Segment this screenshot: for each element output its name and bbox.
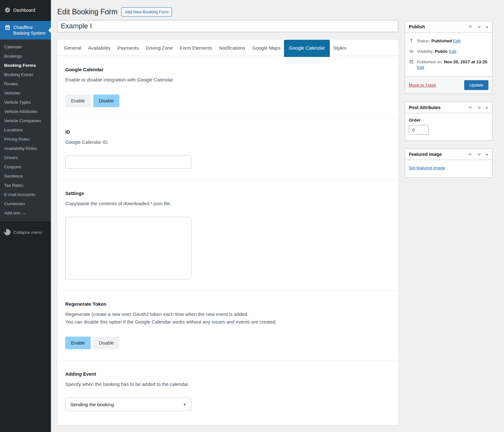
section-heading: ID	[65, 129, 390, 135]
post-attributes-box: Post Attributes ▲ Order	[405, 102, 493, 141]
sidebar-item-bookings[interactable]: Bookings	[0, 52, 51, 61]
sidebar-item-coupons[interactable]: Coupons	[0, 162, 51, 171]
sidebar-item-availability-rules[interactable]: Availability Rules	[0, 144, 51, 153]
sidebar-item-geofence[interactable]: Geofence	[0, 171, 51, 181]
sidebar-item-vehicles[interactable]: Vehicles	[0, 88, 51, 98]
regenerate-token-enable-button[interactable]: Enable	[65, 337, 91, 349]
move-up-icon[interactable]	[468, 105, 473, 110]
sidebar-item-routes[interactable]: Routes	[0, 79, 51, 88]
publish-box-body: Status: Published Edit Visibility: Publi…	[405, 32, 492, 76]
status-row: Status: Published Edit	[405, 36, 492, 46]
wp-admin-page: Dashboard Chauffeur Booking System Calen…	[0, 0, 504, 432]
status-value: Published	[431, 38, 452, 43]
section-settings: Settings Copy/paste the contents of down…	[57, 180, 398, 290]
plugin-name-line1: Chauffeur	[13, 25, 33, 30]
collapse-menu-button[interactable]: Collapse menu	[0, 225, 51, 239]
sidebar-item-booking-forms[interactable]: Booking Forms	[0, 61, 51, 70]
sidebar-item-drivers[interactable]: Drivers	[0, 153, 51, 162]
section-description: Specify when the booking has to be added…	[65, 380, 390, 388]
booking-form-panel: General Availability Payments Driving Zo…	[57, 40, 398, 425]
sidebar-item-email-accounts[interactable]: E-mail Accounts	[0, 190, 51, 199]
published-on-label: Published on:	[417, 59, 443, 64]
page-header: Edit Booking Form Add New Booking Form	[57, 5, 398, 18]
publish-box: Publish ▲ Status: Published Edit	[405, 21, 493, 94]
section-description-line1: Regenerate (create a new one) OAuth2 tok…	[65, 310, 390, 318]
eye-icon	[409, 49, 414, 54]
sidebar-item-pricing-rules[interactable]: Pricing Rules	[0, 135, 51, 144]
sidebar-item-chauffeur-booking-system[interactable]: Chauffeur Booking System	[0, 21, 51, 39]
sidebar-item-vehicle-attributes[interactable]: Vehicle Attributes	[0, 107, 51, 116]
move-down-icon[interactable]	[477, 105, 482, 110]
section-description: Copy/paste the contents of downloaded *.…	[65, 200, 390, 207]
calendar-icon	[4, 24, 11, 31]
calendar-small-icon	[409, 59, 414, 64]
edit-status-link[interactable]: Edit	[453, 38, 460, 43]
regenerate-token-disable-button[interactable]: Disable	[93, 337, 120, 349]
section-regenerate-token: Regenerate Token Regenerate (create a ne…	[57, 290, 398, 360]
chevron-down-icon: ▼	[183, 403, 186, 406]
sidebar-item-currencies[interactable]: Currencies	[0, 199, 51, 208]
pin-icon	[409, 38, 414, 43]
sidebar-item-add-ons[interactable]: Add-ons →	[0, 208, 51, 218]
dashboard-gauge-icon	[4, 7, 11, 13]
featured-image-box: Featured image ▲ Set featured image	[405, 149, 493, 178]
tab-availability[interactable]: Availability	[84, 40, 114, 56]
booking-form-title-input[interactable]	[57, 20, 398, 32]
move-to-trash-link[interactable]: Move to Trash	[409, 83, 436, 87]
sidebar-item-tax-rates[interactable]: Tax Rates	[0, 181, 51, 190]
section-heading: Settings	[65, 191, 390, 196]
status-label: Status:	[417, 38, 430, 43]
update-button[interactable]: Update	[464, 80, 488, 90]
sidebar-item-locations[interactable]: Locations	[0, 125, 51, 135]
google-calendar-enable-button[interactable]: Enable	[65, 94, 91, 107]
order-input[interactable]	[409, 125, 429, 135]
tab-google-calendar[interactable]: Google Calendar	[284, 40, 330, 57]
sidebar-item-vehicle-types[interactable]: Vehicle Types	[0, 98, 51, 107]
section-description: Enable or disable integration with Googl…	[65, 76, 390, 84]
current-menu-arrow	[48, 27, 51, 33]
move-down-icon[interactable]	[477, 152, 482, 157]
section-adding-event: Adding Event Specify when the booking ha…	[57, 360, 398, 425]
edit-published-on-link[interactable]: Edit	[417, 65, 424, 70]
box-title: Publish	[409, 24, 425, 29]
move-down-icon[interactable]	[477, 24, 482, 29]
add-new-booking-form-button[interactable]: Add New Booking Form	[121, 7, 172, 17]
adding-event-selected-value: Sending the booking	[70, 402, 114, 407]
sidebar-item-calendar[interactable]: Calendar	[0, 42, 51, 52]
tab-driving-zone[interactable]: Driving Zone	[142, 40, 176, 56]
move-up-icon[interactable]	[468, 152, 473, 157]
tab-google-maps[interactable]: Google Maps	[249, 40, 284, 56]
section-id: ID Google Calendar ID.	[57, 118, 398, 180]
tab-general[interactable]: General	[60, 40, 84, 56]
featured-image-box-header: Featured image ▲	[405, 149, 492, 160]
publish-box-header: Publish ▲	[405, 21, 492, 32]
section-heading: Google Calendar	[65, 67, 390, 72]
sidebar-item-vehicle-companies[interactable]: Vehicle Companies	[0, 116, 51, 125]
published-on-value: Nov 20, 2017 at 13:25	[444, 59, 487, 64]
tab-payments[interactable]: Payments	[114, 40, 142, 56]
section-google-calendar: Google Calendar Enable or disable integr…	[57, 56, 398, 118]
settings-json-textarea[interactable]	[65, 217, 191, 279]
sidebar-item-dashboard[interactable]: Dashboard	[0, 3, 51, 17]
box-title: Post Attributes	[409, 105, 441, 110]
visibility-label: Visibility:	[417, 49, 434, 54]
section-description: Google Calendar ID.	[65, 138, 390, 146]
visibility-value: Public	[435, 49, 448, 54]
section-heading: Regenerate Token	[65, 301, 390, 307]
box-title: Featured image	[409, 152, 442, 157]
order-label: Order	[409, 118, 488, 122]
adding-event-select[interactable]: Sending the booking ▼	[65, 398, 191, 411]
featured-image-body: Set featured image	[405, 160, 492, 177]
sidebar-item-label: Dashboard	[13, 8, 35, 13]
google-calendar-id-input[interactable]	[65, 156, 191, 169]
tab-form-elements[interactable]: Form Elements	[176, 40, 216, 56]
google-calendar-disable-button[interactable]: Disable	[93, 94, 120, 107]
set-featured-image-link[interactable]: Set featured image	[409, 165, 445, 170]
tab-notifications[interactable]: Notifications	[216, 40, 249, 56]
tab-styles[interactable]: Styles	[330, 40, 350, 56]
plugin-name-line2: Booking System	[13, 31, 46, 36]
edit-visibility-link[interactable]: Edit	[449, 49, 456, 54]
move-up-icon[interactable]	[468, 24, 473, 29]
sidebar-item-booking-extras[interactable]: Booking Extras	[0, 70, 51, 79]
admin-content: Edit Booking Form Add New Booking Form G…	[51, 0, 504, 432]
